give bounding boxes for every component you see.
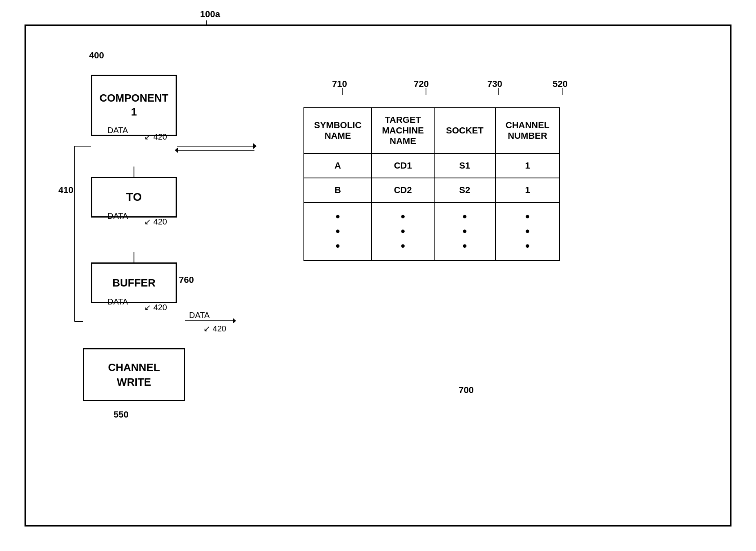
col-header-target: TARGETMACHINENAME <box>372 108 434 153</box>
table-row-2: B CD2 S2 1 <box>304 178 560 202</box>
ref-720: 720 <box>414 79 429 89</box>
cell-channel-1: 1 <box>495 153 560 178</box>
ref-420-4: ↙ 420 <box>203 324 226 333</box>
ref-710: 710 <box>332 79 347 89</box>
component-text-line1: COMPONENT <box>100 91 169 105</box>
ref-420-3: ↙ 420 <box>144 302 167 312</box>
ref-420-1: ↙ 420 <box>144 132 167 142</box>
ref-420-2: ↙ 420 <box>144 217 167 227</box>
cell-target-1: CD1 <box>372 153 434 178</box>
cell-sym-dots: ••• <box>304 202 372 260</box>
data-label-1: DATA <box>107 126 128 135</box>
cell-sym-1: A <box>304 153 372 178</box>
cell-socket-dots: ••• <box>434 202 495 260</box>
table-row-1: A CD1 S1 1 <box>304 153 560 178</box>
ref-410: 410 <box>58 185 74 196</box>
cell-sym-2: B <box>304 178 372 202</box>
svg-marker-12 <box>253 143 256 149</box>
cell-channel-2: 1 <box>495 178 560 202</box>
col-header-channel: CHANNELNUMBER <box>495 108 560 153</box>
table-row-dots: ••• ••• ••• ••• <box>304 202 560 260</box>
buffer-text: BUFFER <box>112 277 155 289</box>
component-text-line2: 1 <box>131 105 137 119</box>
channel-write-box: CHANNEL WRITE <box>83 348 185 401</box>
data-label-3: DATA <box>107 297 128 307</box>
cell-socket-1: S1 <box>434 153 495 178</box>
svg-marker-14 <box>175 147 178 153</box>
ref-400: 400 <box>89 50 104 61</box>
cell-channel-dots: ••• <box>495 202 560 260</box>
to-text: TO <box>126 191 142 204</box>
main-ref-label: 100a <box>200 9 220 20</box>
cell-target-2: CD2 <box>372 178 434 202</box>
channel-write-line2: WRITE <box>108 375 160 389</box>
buffer-box: BUFFER <box>91 262 177 303</box>
routing-table: SYMBOLICNAME TARGETMACHINENAME SOCKET CH… <box>303 107 560 261</box>
to-box: TO <box>91 177 177 218</box>
ref-520: 520 <box>553 79 568 89</box>
ref-730: 730 <box>487 79 502 89</box>
svg-marker-16 <box>233 318 236 324</box>
ref-760: 760 <box>179 275 194 285</box>
diagram-container: 400 COMPONENT 1 DATA ↙ 420 410 TO DATA ↙… <box>25 24 731 527</box>
cell-socket-2: S2 <box>434 178 495 202</box>
component-box: COMPONENT 1 <box>91 75 177 136</box>
col-header-socket: SOCKET <box>434 108 495 153</box>
data-label-4: DATA <box>189 311 210 320</box>
ref-550: 550 <box>114 409 129 420</box>
data-label-2: DATA <box>107 211 128 221</box>
ref-700: 700 <box>459 385 474 395</box>
col-header-symbolic: SYMBOLICNAME <box>304 108 372 153</box>
channel-write-line1: CHANNEL <box>108 360 160 375</box>
cell-target-dots: ••• <box>372 202 434 260</box>
